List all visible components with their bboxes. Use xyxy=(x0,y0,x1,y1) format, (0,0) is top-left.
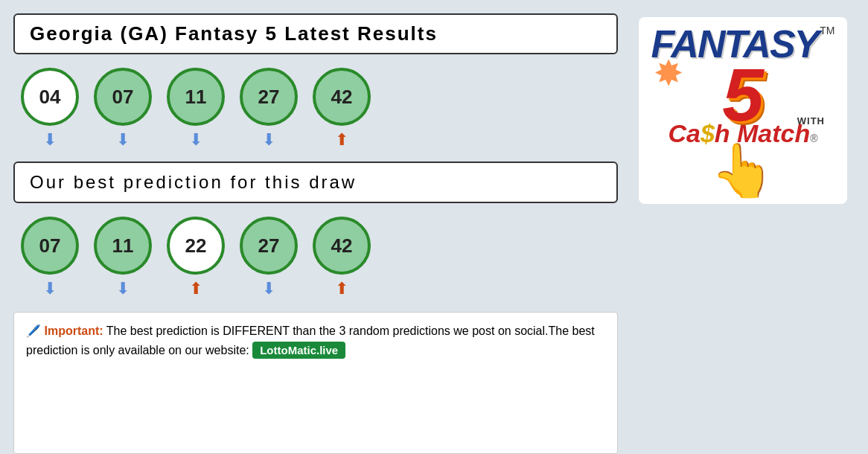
latest-ball-2: 11 xyxy=(167,68,225,126)
pred-arrow-1: ⬇ xyxy=(112,278,134,300)
hand-pointer-icon: 👆 xyxy=(710,144,775,196)
pred-ball-container-1: 11⬇ xyxy=(94,217,152,300)
latest-ball-container-0: 04⬇ xyxy=(21,68,79,151)
pred-ball-1: 11 xyxy=(94,217,152,275)
latest-ball-container-1: 07⬇ xyxy=(94,68,152,151)
fantasy-tm: TM xyxy=(820,25,835,36)
pred-ball-4: 42 xyxy=(313,217,371,275)
latest-arrow-2: ⬇ xyxy=(185,129,207,151)
right-panel: FANTASY TM ✸ 5 WITH Ca$h Match® 👆 xyxy=(631,13,855,454)
pred-ball-container-2: 22⬆ xyxy=(167,217,225,300)
prediction-label-text: Our best prediction for this draw xyxy=(30,172,357,193)
latest-ball-container-2: 11⬇ xyxy=(167,68,225,151)
notice-important: Important: xyxy=(44,324,103,337)
fantasy-logo: FANTASY TM ✸ 5 WITH Ca$h Match® 👆 xyxy=(639,17,847,204)
latest-ball-container-3: 27⬇ xyxy=(240,68,298,151)
pred-arrow-0: ⬇ xyxy=(39,278,61,300)
notice-icon: 🖊️ xyxy=(26,324,41,337)
pred-ball-2: 22 xyxy=(167,217,225,275)
latest-arrow-1: ⬇ xyxy=(112,129,134,151)
latest-ball-1: 07 xyxy=(94,68,152,126)
prediction-label-box: Our best prediction for this draw xyxy=(13,162,618,203)
latest-ball-4: 42 xyxy=(313,68,371,126)
latest-arrow-4: ⬆ xyxy=(331,129,353,151)
latest-results-row: 04⬇07⬇11⬇27⬇42⬆ xyxy=(13,62,618,151)
pred-ball-container-0: 07⬇ xyxy=(21,217,79,300)
pred-arrow-3: ⬇ xyxy=(258,278,280,300)
pred-arrow-4: ⬆ xyxy=(331,278,353,300)
page-title: Georgia (GA) Fantasy 5 Latest Results xyxy=(30,22,438,45)
registered-mark: ® xyxy=(810,132,817,144)
prediction-row: 07⬇11⬇22⬆27⬇42⬆ xyxy=(13,211,618,300)
notice-link[interactable]: LottoMatic.live xyxy=(252,342,345,359)
pred-ball-0: 07 xyxy=(21,217,79,275)
starburst-icon: ✸ xyxy=(654,56,683,92)
notice-box: 🖊️ Important: The best prediction is DIF… xyxy=(13,312,618,454)
with-text: WITH xyxy=(797,115,825,127)
title-box: Georgia (GA) Fantasy 5 Latest Results xyxy=(13,13,618,54)
latest-ball-container-4: 42⬆ xyxy=(313,68,371,151)
pred-arrow-2: ⬆ xyxy=(185,278,207,300)
latest-arrow-0: ⬇ xyxy=(39,129,61,151)
latest-ball-0: 04 xyxy=(21,68,79,126)
pred-ball-3: 27 xyxy=(240,217,298,275)
latest-ball-3: 27 xyxy=(240,68,298,126)
fantasy-five-text: 5 xyxy=(722,63,764,127)
pred-ball-container-3: 27⬇ xyxy=(240,217,298,300)
pred-ball-container-4: 42⬆ xyxy=(313,217,371,300)
latest-arrow-3: ⬇ xyxy=(258,129,280,151)
